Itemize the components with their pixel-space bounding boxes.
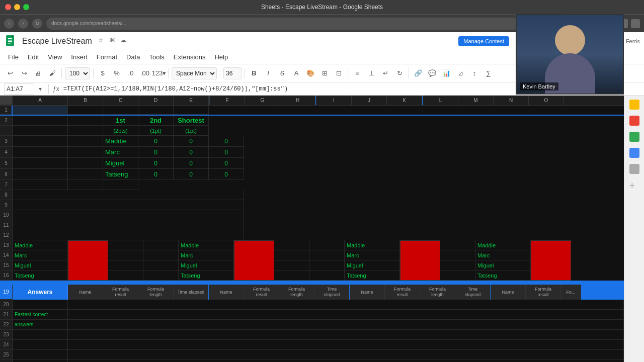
align-left[interactable]: ≡ (351, 67, 363, 79)
menu-insert[interactable]: Insert (67, 52, 92, 62)
cell-reference[interactable] (4, 83, 34, 95)
paint-format-button[interactable]: 🖌 (46, 67, 58, 79)
spreadsheet-title[interactable]: Escape LiveStream (22, 37, 92, 46)
s3r16[interactable]: Tatseng (345, 270, 400, 281)
cell-rest-26[interactable] (68, 360, 624, 362)
cell-c1[interactable] (103, 106, 138, 115)
sheets-icon-3[interactable] (629, 132, 639, 142)
cell-rest-20[interactable] (68, 300, 624, 310)
cell-a2b[interactable] (13, 126, 68, 136)
s3r14c[interactable] (440, 250, 475, 260)
cell-e5[interactable]: 0 (174, 158, 209, 169)
s4r14[interactable]: Marc (475, 250, 531, 260)
menu-tools[interactable]: Tools (145, 52, 168, 62)
section2-name-maddie[interactable]: Maddie (179, 240, 234, 250)
sheets-icon-5[interactable] (629, 164, 639, 174)
cell-b4[interactable] (68, 147, 103, 158)
redo-button[interactable]: ↪ (18, 67, 30, 79)
comment-button[interactable]: 💬 (426, 67, 438, 79)
cell-c6-name[interactable]: Tatseng (103, 169, 138, 180)
cell-rest-21[interactable] (68, 310, 624, 320)
s3r14[interactable]: Marc (345, 250, 400, 260)
s2r14d[interactable] (309, 250, 345, 260)
ext-icon-4[interactable] (631, 19, 640, 28)
cell-a25[interactable] (13, 350, 68, 360)
strikethrough-button[interactable]: S (276, 67, 288, 79)
s1r15d[interactable] (143, 260, 179, 270)
cell-d2b[interactable]: (1pt) (138, 126, 174, 136)
col-header-j[interactable]: J (352, 96, 387, 105)
address-bar[interactable]: docs.google.com/spreadsheets/... (46, 18, 591, 30)
decimal-decrease[interactable]: .0 (125, 67, 137, 79)
cell-c3-name[interactable]: Maddie (103, 136, 138, 147)
s1r15c[interactable] (108, 260, 143, 270)
italic-button[interactable]: I (262, 67, 274, 79)
s3r15c[interactable] (440, 260, 475, 270)
cell-f6[interactable]: 0 (209, 169, 244, 180)
cell-rest-25[interactable] (68, 350, 624, 360)
s1r16[interactable]: Tatseng (13, 270, 68, 281)
cell-e3[interactable]: 0 (174, 136, 209, 147)
cell-b5[interactable] (68, 158, 103, 169)
cell-d3[interactable]: 0 (138, 136, 174, 147)
section2-empty-1[interactable] (274, 240, 309, 250)
maximize-button[interactable] (23, 4, 29, 10)
col-header-l[interactable]: L (423, 96, 458, 105)
col-header-f[interactable]: F (210, 96, 245, 105)
cell-a1[interactable] (13, 106, 68, 115)
col-header-k[interactable]: K (387, 96, 422, 105)
plus-icon[interactable]: + (629, 180, 639, 190)
cell-c4-name[interactable]: Marc (103, 147, 138, 158)
cell-a6[interactable] (13, 169, 68, 180)
s3r16c[interactable] (440, 270, 475, 281)
merge-button[interactable]: ⊡ (333, 67, 345, 79)
section3-name-maddie[interactable]: Maddie (345, 240, 400, 250)
s4r15[interactable]: Miguel (475, 260, 531, 270)
cell-b2b[interactable] (68, 126, 103, 136)
cell-b6[interactable] (68, 169, 103, 180)
menu-edit[interactable]: Edit (24, 52, 43, 62)
back-button[interactable]: ‹ (4, 19, 14, 29)
sheets-icon-2[interactable] (629, 116, 639, 126)
col-header-b[interactable]: B (68, 96, 103, 105)
cell-a9[interactable] (13, 200, 244, 210)
menu-view[interactable]: View (44, 52, 66, 62)
s2r14c[interactable] (274, 250, 309, 260)
cell-d6[interactable]: 0 (138, 169, 174, 180)
cell-rest-24[interactable] (68, 340, 624, 350)
s1r16d[interactable] (143, 270, 179, 281)
grid-scroll-area[interactable]: 1 2 1st 2nd Shortest (0, 106, 624, 362)
cell-a22[interactable]: answers (13, 320, 68, 330)
cell-d2[interactable]: 2nd (138, 116, 174, 126)
col-header-i[interactable]: I (316, 96, 352, 105)
s2r15c[interactable] (274, 260, 309, 270)
cell-a20[interactable] (13, 300, 68, 310)
font-size-input[interactable] (223, 67, 242, 79)
cell-a8[interactable] (13, 190, 244, 200)
cell-c2[interactable]: 1st (103, 116, 138, 126)
font-select[interactable]: Space Mono (172, 67, 217, 79)
section1-name-maddie[interactable]: Maddie (13, 240, 68, 250)
s2r16[interactable]: Tatseng (179, 270, 234, 281)
cell-c5-name[interactable]: Miguel (103, 158, 138, 169)
cell-a7[interactable] (13, 180, 68, 190)
link-button[interactable]: 🔗 (412, 67, 424, 79)
s1r14[interactable]: Marc (13, 250, 68, 260)
zoom-select[interactable]: 100% (65, 67, 90, 79)
section2-empty-2[interactable] (309, 240, 345, 250)
cloud-icon[interactable]: ☁ (120, 37, 129, 46)
decimal-increase[interactable]: .00 (139, 67, 151, 79)
cell-a26[interactable] (13, 360, 68, 362)
section1-empty-1[interactable] (108, 240, 143, 250)
col-header-g[interactable]: G (245, 96, 280, 105)
s2r15[interactable]: Miguel (179, 260, 234, 270)
close-button[interactable] (5, 4, 11, 10)
s3r15[interactable]: Miguel (345, 260, 400, 270)
formula-expand-icon[interactable]: ▾ (36, 85, 44, 93)
cell-d1[interactable] (138, 106, 174, 115)
cell-e2[interactable]: Shortest (174, 116, 209, 126)
cell-b2[interactable] (68, 116, 103, 126)
col-header-h[interactable]: H (280, 96, 315, 105)
menu-data[interactable]: Data (122, 52, 144, 62)
cell-e2b[interactable]: (1pt) (174, 126, 209, 136)
